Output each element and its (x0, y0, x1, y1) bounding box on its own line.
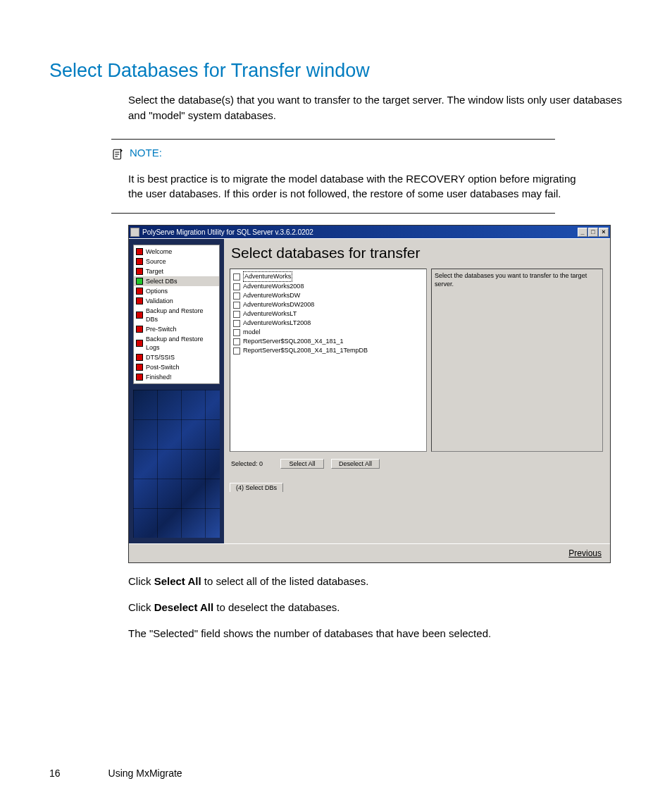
step-label: Target (146, 267, 163, 276)
step-status-icon (136, 248, 143, 255)
wizard-step[interactable]: Welcome (134, 247, 219, 257)
step-status-icon (136, 312, 143, 319)
panel-heading: Select databases for transfer (231, 245, 603, 261)
wizard-step[interactable]: Backup and Restore DBs (134, 306, 219, 324)
database-name: ReportServer$SQL2008_X4_181_1 (243, 337, 344, 346)
step-status-icon (136, 326, 143, 333)
checkbox[interactable] (233, 338, 240, 345)
checkbox[interactable] (233, 311, 240, 318)
step-status-icon (136, 268, 143, 275)
step-status-icon (136, 278, 143, 285)
list-item[interactable]: AdventureWorksDW (233, 291, 423, 300)
step-tab[interactable]: (4) Select DBs (230, 483, 283, 492)
window-title: PolyServe Migration Utility for SQL Serv… (142, 228, 313, 236)
database-name: AdventureWorksLT2008 (243, 319, 311, 328)
instruction-selected-field: The "Selected" field shows the number of… (128, 626, 623, 641)
database-name: AdventureWorksLT (243, 309, 297, 319)
footer-chapter: Using MxMigrate (108, 768, 182, 779)
wizard-step[interactable]: Post-Switch (134, 362, 219, 372)
database-name: AdventureWorks (243, 271, 292, 282)
step-status-icon (136, 354, 143, 361)
checkbox[interactable] (233, 320, 240, 327)
instruction-select-all: Click Select All to select all of the li… (128, 574, 623, 589)
previous-link[interactable]: Previous (568, 548, 602, 558)
checkbox[interactable] (233, 302, 240, 309)
database-name: AdventureWorks2008 (243, 282, 304, 291)
step-label: Post-Switch (146, 363, 180, 371)
app-window: PolyServe Migration Utility for SQL Serv… (128, 225, 611, 563)
wizard-step[interactable]: Target (134, 266, 219, 276)
step-label: Welcome (146, 247, 172, 256)
note-label: NOTE: (130, 147, 162, 159)
step-label: Source (146, 257, 166, 266)
step-label: DTS/SSIS (146, 353, 175, 362)
instruction-deselect-all: Click Deselect All to deselect the datab… (128, 600, 623, 615)
list-item[interactable]: model (233, 328, 423, 337)
main-panel: Select databases for transfer AdventureW… (224, 239, 610, 543)
wizard-step[interactable]: Options (134, 286, 219, 296)
database-name: AdventureWorksDW (243, 291, 300, 300)
deselect-all-button[interactable]: Deselect All (331, 459, 380, 469)
intro-text: Select the database(s) that you want to … (128, 92, 623, 123)
page-number: 16 (49, 768, 61, 779)
divider (111, 139, 555, 140)
app-icon (130, 228, 139, 237)
titlebar: PolyServe Migration Utility for SQL Serv… (129, 226, 610, 238)
database-name: ReportServer$SQL2008_X4_181_1TempDB (243, 346, 368, 355)
step-status-icon (136, 374, 143, 381)
divider (111, 213, 555, 214)
maximize-button[interactable]: □ (588, 228, 598, 237)
checkbox[interactable] (233, 292, 240, 300)
wizard-sidebar: WelcomeSourceTargetSelect DBsOptionsVali… (129, 239, 224, 543)
step-label: Select DBs (146, 277, 178, 285)
step-status-icon (136, 297, 143, 304)
selected-count: Selected: 0 (231, 460, 273, 467)
database-name: AdventureWorksDW2008 (243, 300, 314, 309)
list-item[interactable]: AdventureWorksDW2008 (233, 300, 423, 309)
info-panel: Select the databases you want to transfe… (431, 269, 603, 452)
wizard-step[interactable]: Pre-Switch (134, 324, 219, 334)
step-status-icon (136, 364, 143, 371)
list-item[interactable]: AdventureWorksLT (233, 309, 423, 319)
step-label: Backup and Restore DBs (146, 307, 217, 324)
checkbox[interactable] (233, 283, 240, 290)
step-status-icon (136, 258, 143, 265)
checkbox[interactable] (233, 273, 240, 281)
list-item[interactable]: AdventureWorks (233, 271, 423, 282)
step-status-icon (136, 288, 143, 295)
bottom-bar: Previous (129, 543, 610, 562)
step-label: Options (146, 287, 168, 295)
note-text: It is best practice is to migrate the mo… (128, 171, 586, 202)
wizard-step[interactable]: Finished! (134, 372, 219, 382)
wizard-step[interactable]: DTS/SSIS (134, 352, 219, 362)
note-icon (111, 148, 124, 161)
close-button[interactable]: × (599, 228, 609, 237)
step-status-icon (136, 340, 143, 347)
section-heading: Select Databases for Transfer window (49, 60, 623, 82)
select-all-button[interactable]: Select All (280, 459, 324, 469)
list-item[interactable]: ReportServer$SQL2008_X4_181_1 (233, 337, 423, 346)
list-item[interactable]: AdventureWorks2008 (233, 282, 423, 291)
step-label: Validation (146, 297, 173, 305)
list-item[interactable]: ReportServer$SQL2008_X4_181_1TempDB (233, 346, 423, 355)
database-name: model (243, 328, 261, 337)
wizard-step[interactable]: Backup and Restore Logs (134, 334, 219, 352)
checkbox[interactable] (233, 347, 240, 355)
sidebar-background (133, 390, 220, 538)
step-label: Pre-Switch (146, 325, 177, 333)
database-list[interactable]: AdventureWorksAdventureWorks2008Adventur… (230, 269, 427, 452)
minimize-button[interactable]: _ (578, 228, 587, 237)
step-label: Finished! (146, 373, 172, 381)
checkbox[interactable] (233, 329, 240, 336)
wizard-step[interactable]: Select DBs (134, 276, 219, 286)
wizard-step[interactable]: Validation (134, 296, 219, 306)
wizard-step[interactable]: Source (134, 257, 219, 266)
list-item[interactable]: AdventureWorksLT2008 (233, 319, 423, 328)
step-label: Backup and Restore Logs (146, 335, 217, 352)
